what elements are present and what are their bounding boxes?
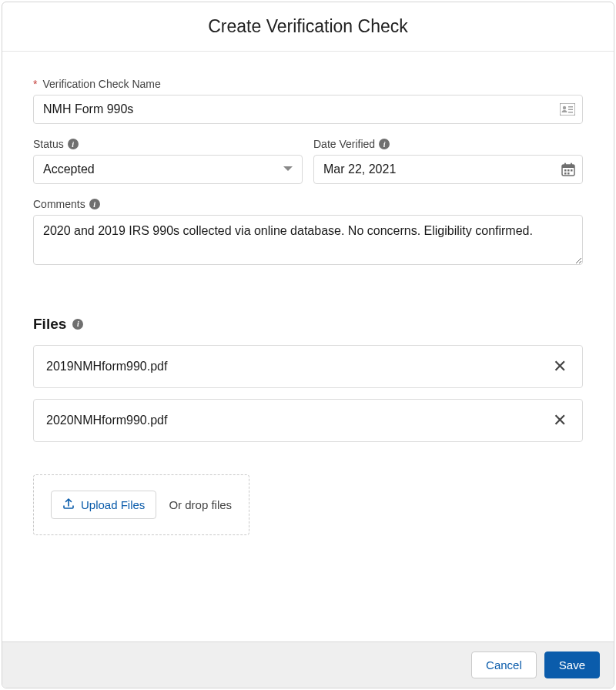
name-input-wrap bbox=[33, 95, 583, 124]
date-input[interactable] bbox=[313, 155, 583, 184]
field-comments: Comments i 2020 and 2019 IRS 990s collec… bbox=[33, 198, 583, 268]
create-verification-modal: Create Verification Check * Verification… bbox=[2, 2, 614, 688]
svg-rect-12 bbox=[564, 172, 567, 175]
info-icon[interactable]: i bbox=[72, 319, 83, 330]
status-date-row: Status i Accepted Date Verified i bbox=[33, 138, 583, 198]
name-label-row: * Verification Check Name bbox=[33, 78, 583, 90]
info-icon[interactable]: i bbox=[68, 139, 79, 149]
field-date: Date Verified i bbox=[313, 138, 583, 184]
name-label: Verification Check Name bbox=[42, 78, 160, 90]
file-name: 2019NMHform990.pdf bbox=[46, 360, 167, 373]
modal-title: Create Verification Check bbox=[2, 16, 614, 37]
file-row: 2019NMHform990.pdf ✕ bbox=[33, 345, 583, 388]
info-icon[interactable]: i bbox=[89, 199, 100, 209]
date-label-row: Date Verified i bbox=[313, 138, 583, 150]
calendar-icon[interactable] bbox=[561, 162, 575, 176]
upload-button-label: Upload Files bbox=[81, 498, 145, 511]
status-label-row: Status i bbox=[33, 138, 303, 150]
field-status: Status i Accepted bbox=[33, 138, 303, 184]
svg-rect-8 bbox=[571, 163, 572, 166]
modal-body: * Verification Check Name Status i Accep… bbox=[2, 52, 614, 641]
remove-file-button[interactable]: ✕ bbox=[550, 410, 570, 430]
files-section-title: Files i bbox=[33, 316, 583, 333]
date-input-wrap bbox=[313, 155, 583, 184]
name-input[interactable] bbox=[33, 95, 583, 124]
file-row: 2020NMHform990.pdf ✕ bbox=[33, 399, 583, 442]
comments-label: Comments bbox=[33, 198, 85, 210]
svg-rect-6 bbox=[562, 165, 574, 168]
comments-textarea[interactable]: 2020 and 2019 IRS 990s collected via onl… bbox=[33, 215, 583, 265]
svg-rect-3 bbox=[568, 109, 573, 111]
drop-files-text: Or drop files bbox=[169, 498, 232, 511]
date-label: Date Verified bbox=[313, 138, 375, 150]
contact-card-icon[interactable] bbox=[560, 103, 575, 116]
svg-rect-10 bbox=[567, 169, 570, 172]
cancel-button[interactable]: Cancel bbox=[471, 651, 537, 678]
status-select-wrap: Accepted bbox=[33, 155, 303, 184]
required-indicator: * bbox=[33, 78, 37, 90]
svg-point-1 bbox=[563, 106, 566, 109]
status-select[interactable]: Accepted bbox=[33, 155, 303, 184]
close-icon: ✕ bbox=[553, 357, 567, 376]
svg-rect-7 bbox=[564, 163, 566, 166]
file-name: 2020NMHform990.pdf bbox=[46, 414, 167, 427]
svg-rect-2 bbox=[568, 106, 573, 108]
save-button[interactable]: Save bbox=[544, 651, 600, 678]
svg-rect-4 bbox=[568, 112, 573, 113]
modal-footer: Cancel Save bbox=[2, 641, 614, 688]
close-icon: ✕ bbox=[553, 410, 567, 430]
upload-files-button[interactable]: Upload Files bbox=[51, 491, 156, 519]
modal-header: Create Verification Check bbox=[2, 2, 614, 52]
upload-icon bbox=[62, 497, 75, 512]
status-label: Status bbox=[33, 138, 64, 150]
svg-rect-13 bbox=[567, 172, 570, 175]
info-icon[interactable]: i bbox=[379, 139, 390, 149]
field-name: * Verification Check Name bbox=[33, 78, 583, 124]
upload-dropzone[interactable]: Upload Files Or drop files bbox=[33, 474, 249, 535]
svg-rect-9 bbox=[564, 169, 567, 172]
files-title-text: Files bbox=[33, 316, 66, 333]
comments-label-row: Comments i bbox=[33, 198, 583, 210]
remove-file-button[interactable]: ✕ bbox=[550, 357, 570, 377]
svg-rect-11 bbox=[571, 169, 573, 172]
